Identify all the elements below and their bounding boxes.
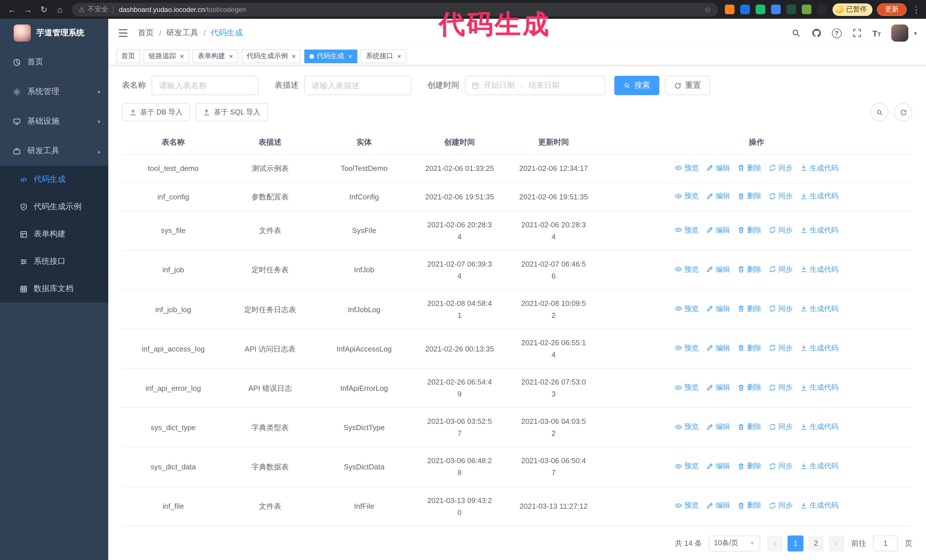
action-edit-link[interactable]: 编辑 [706, 382, 730, 393]
avatar[interactable] [891, 24, 908, 42]
extension-orange-icon[interactable] [725, 5, 735, 14]
action-download-link[interactable]: 生成代码 [800, 162, 838, 174]
breadcrumb-home[interactable]: 首页 [138, 28, 154, 38]
action-trash-link[interactable]: 删除 [737, 500, 761, 511]
action-edit-link[interactable]: 编辑 [706, 343, 730, 354]
font-size-icon[interactable]: TT [872, 28, 881, 38]
action-eye-link[interactable]: 预览 [675, 162, 699, 174]
fullscreen-icon[interactable] [852, 28, 862, 38]
back-icon[interactable]: ← [5, 2, 20, 17]
action-download-link[interactable]: 生成代码 [800, 382, 838, 393]
action-sync-link[interactable]: 同步 [769, 500, 793, 511]
action-sync-link[interactable]: 同步 [769, 460, 793, 472]
address-bar[interactable]: ⚠ 不安全 dashboard.yudao.iocoder.cn /tool/c… [72, 3, 718, 16]
action-eye-link[interactable]: 预览 [675, 190, 699, 202]
action-sync-link[interactable]: 同步 [769, 303, 793, 314]
help-icon[interactable]: ? [832, 28, 841, 38]
action-sync-link[interactable]: 同步 [769, 190, 793, 202]
hamburger-icon[interactable] [117, 27, 129, 39]
reload-icon[interactable]: ↻ [36, 2, 51, 17]
extension-dark-icon[interactable] [817, 5, 827, 14]
action-sync-link[interactable]: 同步 [769, 382, 793, 393]
action-download-link[interactable]: 生成代码 [800, 224, 838, 236]
action-eye-link[interactable]: 预览 [675, 460, 699, 472]
table-name-input[interactable] [151, 76, 259, 95]
action-eye-link[interactable]: 预览 [675, 224, 699, 236]
sidebar-item-form-build[interactable]: 表单构建 [0, 220, 108, 248]
chevron-down-icon[interactable]: ▾ [914, 30, 917, 36]
logo[interactable]: 芋道管理系统 [0, 19, 108, 47]
table-desc-input[interactable] [304, 76, 412, 95]
extension-dark-green-icon[interactable] [787, 5, 796, 14]
home-icon[interactable]: ⌂ [53, 2, 67, 17]
sidebar-item-home[interactable]: 首页 [0, 47, 108, 77]
sidebar-item-api[interactable]: 系统接口 [0, 248, 108, 275]
tab-api[interactable]: 系统接口× [361, 49, 406, 63]
action-trash-link[interactable]: 删除 [737, 303, 761, 314]
import-sql-button[interactable]: 基于 SQL 导入 [196, 103, 268, 121]
github-icon[interactable] [811, 28, 822, 38]
action-edit-link[interactable]: 编辑 [706, 303, 730, 314]
action-edit-link[interactable]: 编辑 [706, 421, 730, 433]
action-trash-link[interactable]: 删除 [737, 190, 761, 202]
action-sync-link[interactable]: 同步 [769, 421, 793, 433]
tab-tracing[interactable]: 链路追踪× [144, 49, 189, 63]
search-icon[interactable] [791, 28, 801, 38]
page-button-1[interactable]: 1 [788, 535, 803, 551]
tab-form-build[interactable]: 表单构建× [193, 49, 238, 63]
action-trash-link[interactable]: 删除 [737, 343, 761, 354]
sidebar-item-infra[interactable]: 基础设施▾ [0, 107, 108, 136]
browser-menu-icon[interactable]: ⋮ [911, 4, 921, 15]
search-button[interactable]: 搜索 [614, 76, 659, 95]
action-download-link[interactable]: 生成代码 [800, 190, 838, 202]
action-trash-link[interactable]: 删除 [737, 460, 761, 472]
extension-blue-people-icon[interactable] [771, 5, 781, 14]
action-download-link[interactable]: 生成代码 [800, 421, 838, 433]
extension-green-check-icon[interactable] [756, 5, 765, 14]
action-eye-link[interactable]: 预览 [675, 303, 699, 314]
sidebar-item-devtools[interactable]: 研发工具▴ [0, 136, 108, 166]
close-icon[interactable]: × [229, 53, 233, 60]
tab-codegen-demo[interactable]: 代码生成示例× [242, 49, 301, 63]
tab-home[interactable]: 首页 [116, 49, 140, 63]
forward-icon[interactable]: → [21, 2, 35, 17]
update-button[interactable]: 更新 [877, 3, 906, 16]
action-trash-link[interactable]: 删除 [737, 421, 761, 433]
action-eye-link[interactable]: 预览 [675, 343, 699, 354]
paused-badge[interactable]: 已暂停 [832, 3, 872, 16]
sidebar-item-system[interactable]: 系统管理▾ [0, 77, 108, 107]
toggle-search-button[interactable] [870, 103, 888, 121]
action-eye-link[interactable]: 预览 [675, 500, 699, 511]
action-eye-link[interactable]: 预览 [675, 421, 699, 433]
action-sync-link[interactable]: 同步 [769, 162, 793, 174]
action-edit-link[interactable]: 编辑 [706, 264, 730, 275]
action-eye-link[interactable]: 预览 [675, 264, 699, 275]
action-trash-link[interactable]: 删除 [737, 264, 761, 275]
action-edit-link[interactable]: 编辑 [706, 224, 730, 236]
goto-page-input[interactable] [873, 535, 898, 551]
page-size-select[interactable]: 10条/页 ▼ [709, 535, 760, 551]
bookmark-star-icon[interactable]: ☆ [704, 5, 711, 14]
action-edit-link[interactable]: 编辑 [706, 460, 730, 472]
close-icon[interactable]: × [180, 53, 184, 60]
action-trash-link[interactable]: 删除 [737, 382, 761, 393]
date-range-picker[interactable]: 开始日期 - 结束日期 [465, 76, 605, 95]
sidebar-item-codegen[interactable]: 代码生成 [0, 166, 108, 193]
close-icon[interactable]: × [348, 53, 352, 60]
refresh-table-button[interactable] [894, 103, 912, 121]
action-eye-link[interactable]: 预览 [675, 382, 699, 393]
prev-page-button[interactable]: ‹ [767, 535, 783, 551]
import-db-button[interactable]: 基于 DB 导入 [122, 103, 190, 121]
action-download-link[interactable]: 生成代码 [800, 303, 838, 314]
action-sync-link[interactable]: 同步 [769, 224, 793, 236]
close-icon[interactable]: × [292, 53, 296, 60]
breadcrumb-devtools[interactable]: 研发工具 [166, 28, 198, 38]
action-trash-link[interactable]: 删除 [737, 224, 761, 236]
extension-leaf-icon[interactable] [802, 5, 811, 14]
sidebar-item-codegen-demo[interactable]: 代码生成示例 [0, 193, 108, 220]
next-page-button[interactable]: › [829, 535, 844, 551]
page-button-2[interactable]: 2 [808, 535, 824, 551]
action-edit-link[interactable]: 编辑 [706, 190, 730, 202]
action-edit-link[interactable]: 编辑 [706, 162, 730, 174]
reset-button[interactable]: 重置 [665, 76, 710, 95]
